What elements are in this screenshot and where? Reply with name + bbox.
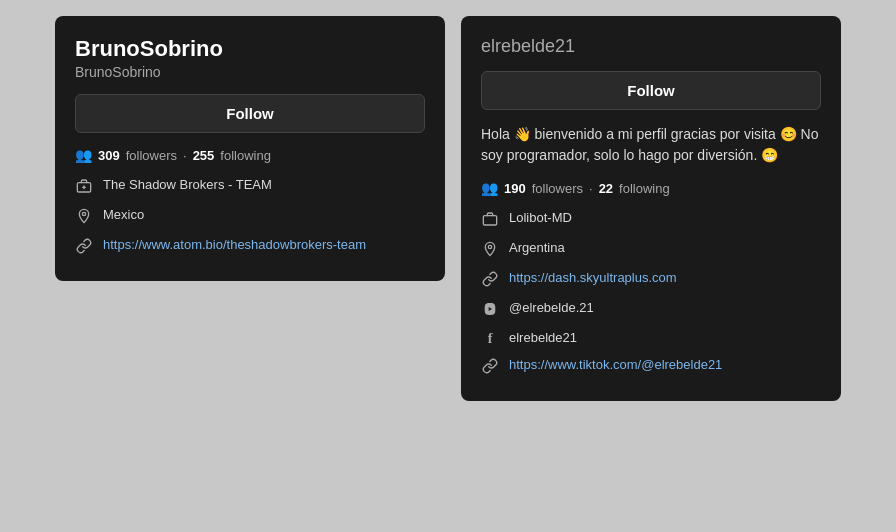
right-tiktok-icon (481, 358, 499, 377)
left-username-sub: BrunoSobrino (75, 64, 425, 80)
right-tiktok-item: https://www.tiktok.com/@elrebelde21 (481, 357, 821, 377)
left-profile-card: BrunoSobrino BrunoSobrino Follow 👥 309 f… (55, 16, 445, 281)
left-location-item: Mexico (75, 207, 425, 227)
right-org-item: Lolibot-MD (481, 210, 821, 230)
left-org-icon (75, 178, 93, 197)
right-org-text: Lolibot-MD (509, 210, 572, 225)
svg-rect-4 (483, 216, 496, 225)
right-tiktok-text[interactable]: https://www.tiktok.com/@elrebelde21 (509, 357, 722, 372)
right-org-icon (481, 211, 499, 230)
left-org-item: The Shadow Brokers - TEAM (75, 177, 425, 197)
right-stats-row: 👥 190 followers · 22 following (481, 180, 821, 196)
right-follow-button[interactable]: Follow (481, 71, 821, 110)
left-followers-count: 309 (98, 148, 120, 163)
right-following-count: 22 (599, 181, 613, 196)
right-youtube-icon (481, 301, 499, 320)
left-info-list: The Shadow Brokers - TEAM Mexico https:/… (75, 177, 425, 257)
left-link-icon (75, 238, 93, 257)
right-followers-count: 190 (504, 181, 526, 196)
right-following-label: following (619, 181, 670, 196)
right-website-item: https://dash.skyultraplus.com (481, 270, 821, 290)
left-username-main: BrunoSobrino (75, 36, 425, 62)
right-website-text[interactable]: https://dash.skyultraplus.com (509, 270, 677, 285)
left-followers-icon: 👥 (75, 147, 92, 163)
left-follow-button[interactable]: Follow (75, 94, 425, 133)
right-followers-label: followers (532, 181, 583, 196)
right-followers-icon: 👥 (481, 180, 498, 196)
svg-point-5 (488, 245, 491, 248)
left-website-item: https://www.atom.bio/theshadowbrokers-te… (75, 237, 425, 257)
right-info-list: Lolibot-MD Argentina https://dash.skyult… (481, 210, 821, 377)
left-website-text[interactable]: https://www.atom.bio/theshadowbrokers-te… (103, 237, 366, 252)
left-location-icon (75, 208, 93, 227)
right-bio: Hola 👋 bienvenido a mi perfil gracias po… (481, 124, 821, 166)
right-youtube-text: @elrebelde.21 (509, 300, 594, 315)
svg-point-3 (82, 213, 85, 216)
left-separator: · (183, 148, 187, 163)
left-following-count: 255 (193, 148, 215, 163)
left-location-text: Mexico (103, 207, 144, 222)
right-facebook-icon: f (481, 331, 499, 347)
left-org-text: The Shadow Brokers - TEAM (103, 177, 272, 192)
right-location-item: Argentina (481, 240, 821, 260)
right-facebook-item: f elrebelde21 (481, 330, 821, 347)
left-following-label: following (220, 148, 271, 163)
left-stats-row: 👥 309 followers · 255 following (75, 147, 425, 163)
left-followers-label: followers (126, 148, 177, 163)
right-youtube-item: @elrebelde.21 (481, 300, 821, 320)
right-separator: · (589, 181, 593, 196)
right-location-icon (481, 241, 499, 260)
right-location-text: Argentina (509, 240, 565, 255)
right-facebook-text: elrebelde21 (509, 330, 577, 345)
right-link-icon (481, 271, 499, 290)
right-username: elrebelde21 (481, 36, 821, 57)
right-profile-card: elrebelde21 Follow Hola 👋 bienvenido a m… (461, 16, 841, 401)
